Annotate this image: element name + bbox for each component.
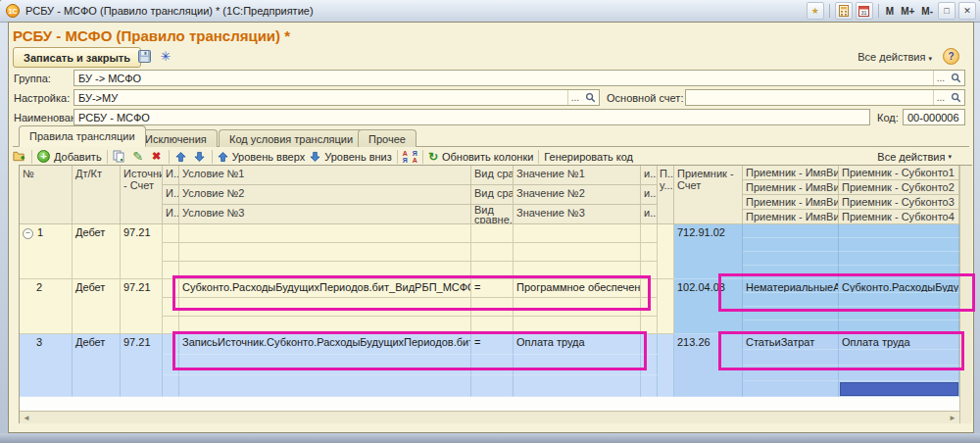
cell-and[interactable] <box>163 334 179 355</box>
col-header-condition-1[interactable]: Условие №1 <box>179 166 471 185</box>
col-header-value-3[interactable]: Значение №3 <box>514 205 641 224</box>
cell-receiver-sub[interactable]: Субконто.РасходыБудущихПериодов <box>839 279 959 293</box>
cell-value[interactable] <box>514 224 641 243</box>
cell-condition[interactable]: ЗаписьИсточник.Субконто.РасходыБудущихПе… <box>179 334 471 355</box>
cell-and-r[interactable] <box>641 279 658 298</box>
cell-value[interactable] <box>514 317 641 334</box>
m-plus-button[interactable]: M+ <box>899 6 916 17</box>
cell-source-account[interactable]: 97.21 <box>121 224 163 279</box>
cell-receiver-kind[interactable] <box>743 320 839 334</box>
cell-receiver-kind[interactable] <box>743 224 839 238</box>
cell-compare[interactable] <box>471 355 514 375</box>
cell-pu[interactable] <box>658 334 674 397</box>
cell-and-r[interactable] <box>641 317 658 334</box>
cell-receiver-kind[interactable] <box>743 238 839 252</box>
col-header-receiver-kind-2[interactable]: Приемник - ИмяВидаСубко... <box>743 180 839 195</box>
cell-value[interactable] <box>514 243 641 262</box>
calculator-icon[interactable] <box>835 2 853 20</box>
move-down-icon[interactable] <box>193 150 207 164</box>
col-header-receiver-kind-3[interactable]: Приемник - ИмяВидаСубко... <box>743 195 839 210</box>
active-cell-cursor[interactable] <box>840 382 958 396</box>
help-button[interactable]: ? <box>943 48 959 65</box>
cell-receiver-kind[interactable]: НематериальныеАктивы <box>743 279 839 293</box>
cell-source-account[interactable]: 97.21 <box>121 334 163 397</box>
cell-value[interactable] <box>514 375 641 397</box>
cell-and[interactable] <box>163 279 179 298</box>
tab-exceptions[interactable]: Исключения <box>134 129 218 147</box>
cell-receiver-account[interactable]: 102.04.03 <box>674 279 743 334</box>
cell-receiver-sub[interactable] <box>839 350 959 366</box>
cell-and[interactable] <box>163 317 179 334</box>
cell-compare[interactable] <box>471 317 514 334</box>
col-header-condition-3[interactable]: Условие №3 <box>179 205 471 224</box>
col-header-receiver-account[interactable]: Приемник - Счет <box>674 166 743 224</box>
name-field[interactable]: РСБУ - МСФО <box>74 109 870 125</box>
ellipsis-button[interactable]: ... <box>933 71 948 85</box>
cell-condition[interactable] <box>179 375 471 397</box>
favorites-star-icon[interactable]: ★ <box>807 2 824 20</box>
cell-receiver-sub[interactable] <box>839 252 959 266</box>
cell-source-account[interactable]: 97.21 <box>121 279 163 334</box>
cell-value[interactable] <box>514 355 641 375</box>
cell-compare[interactable] <box>471 243 514 262</box>
col-header-receiver-kind-4[interactable]: Приемник - ИмяВидаСубко... <box>743 210 839 224</box>
cell-and[interactable] <box>163 355 179 375</box>
col-header-receiver-sub-4[interactable]: Приемник - Субконто4 <box>839 210 959 224</box>
tab-condition-code[interactable]: Код условия трансляции <box>219 129 364 147</box>
col-header-compare-1[interactable]: Вид сра... <box>471 166 514 185</box>
cell-compare[interactable]: = <box>471 334 514 355</box>
move-up-icon[interactable] <box>174 150 188 164</box>
copy-icon[interactable] <box>113 150 126 164</box>
main-account-field[interactable]: ... <box>685 89 965 106</box>
cell-and-r[interactable] <box>641 243 658 262</box>
cell-receiver-kind[interactable]: СтатьиЗатрат <box>743 334 839 350</box>
cell-dtkt[interactable]: Дебет <box>73 224 121 279</box>
setting-field[interactable]: БУ->МУ ... <box>74 89 600 106</box>
vertical-scrollbar[interactable] <box>959 166 972 423</box>
edit-pencil-icon[interactable]: ✎ <box>131 150 145 164</box>
save-and-close-button[interactable]: Записать и закрыть <box>13 47 141 68</box>
cell-and[interactable] <box>163 375 179 397</box>
cell-condition[interactable] <box>179 262 471 279</box>
cell-condition[interactable] <box>179 224 471 243</box>
col-header-receiver-sub-1[interactable]: Приемник - Субконто1 <box>839 166 959 180</box>
magnifier-icon[interactable] <box>582 92 599 103</box>
col-header-receiver-sub-2[interactable]: Приемник - Субконто2 <box>839 180 959 195</box>
horizontal-scrollbar[interactable]: ◄ ► <box>20 411 959 423</box>
refresh-columns-button[interactable]: ↻ Обновить колонки <box>428 150 533 164</box>
ellipsis-button[interactable]: ... <box>933 90 948 105</box>
add-button[interactable]: + Добавить <box>37 150 102 163</box>
cell-receiver-kind[interactable] <box>743 266 839 279</box>
col-header-source-account[interactable]: Источник - Счет <box>121 166 163 224</box>
delete-icon[interactable]: ✖ <box>150 150 164 164</box>
col-header-pu[interactable]: П..у... <box>658 166 674 224</box>
cell-receiver-kind[interactable] <box>743 350 839 366</box>
cell-receiver-sub[interactable] <box>839 293 959 307</box>
col-header-num[interactable]: № <box>20 166 73 224</box>
tab-other[interactable]: Прочее <box>358 129 416 147</box>
m-button[interactable]: M <box>884 6 896 17</box>
cell-receiver-kind[interactable] <box>743 366 839 381</box>
col-header-and-3[interactable]: И.. <box>163 205 179 224</box>
sort-ascending-icon[interactable]: А Я <box>403 150 408 164</box>
cell-and-r[interactable] <box>641 298 658 317</box>
cell-num[interactable]: −1 <box>20 224 73 279</box>
maximize-button[interactable]: □ <box>938 2 956 20</box>
col-header-condition-2[interactable]: Условие №2 <box>179 185 471 205</box>
cell-num[interactable]: 3 <box>20 334 73 397</box>
cell-receiver-sub[interactable]: Оплата труда <box>839 334 959 350</box>
col-header-compare-3[interactable]: Вид сравне... <box>471 205 514 224</box>
cell-condition[interactable] <box>179 317 471 334</box>
cell-and[interactable] <box>163 224 179 243</box>
magnifier-icon[interactable] <box>948 92 964 103</box>
close-button[interactable]: ✕ <box>958 2 976 20</box>
cell-compare[interactable]: = <box>471 279 514 298</box>
level-down-button[interactable]: Уровень вниз <box>310 151 392 163</box>
cell-receiver-account[interactable]: 712.91.02 <box>674 224 743 279</box>
table-row[interactable]: 2 Дебет 97.21 Субконто.РасходыБудущихПер… <box>20 279 959 334</box>
cell-receiver-account[interactable]: 213.26 <box>674 334 743 397</box>
col-header-value-2[interactable]: Значение №2 <box>514 185 641 205</box>
col-header-and-r3[interactable]: и... <box>641 205 658 224</box>
save-icon[interactable] <box>136 49 152 64</box>
cell-receiver-sub[interactable] <box>839 366 959 381</box>
